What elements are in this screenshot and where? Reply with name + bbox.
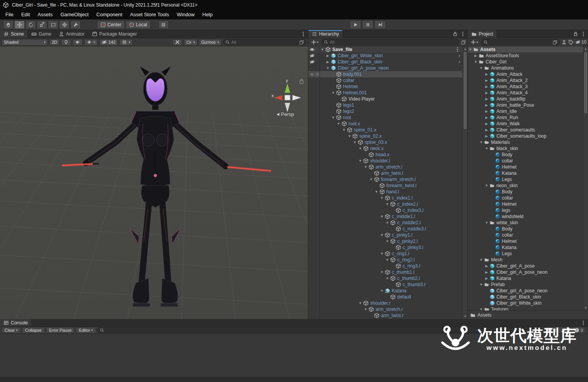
expand-arrow[interactable]: ▼ xyxy=(379,215,384,218)
expand-arrow[interactable]: ▼ xyxy=(385,202,390,206)
eyedim-icon[interactable] xyxy=(309,72,314,77)
expand-arrow[interactable]: ▼ xyxy=(484,184,489,188)
project-row[interactable]: ▼Mesh xyxy=(468,257,583,263)
visibility-column[interactable] xyxy=(308,46,320,53)
expand-arrow[interactable]: ▼ xyxy=(342,128,347,132)
visibility-column[interactable] xyxy=(308,164,320,170)
console-error-pause-button[interactable]: Error Pause xyxy=(46,327,75,333)
expand-arrow[interactable]: ▶ xyxy=(484,97,489,101)
expand-arrow[interactable]: ▼ xyxy=(379,196,384,200)
visibility-column[interactable] xyxy=(308,238,320,244)
expand-arrow[interactable]: ▼ xyxy=(479,258,484,262)
visibility-column[interactable] xyxy=(308,220,320,226)
expand-arrow[interactable]: ▶ xyxy=(473,54,478,58)
expand-arrow[interactable]: ▼ xyxy=(479,140,484,144)
hierarchy-row[interactable]: default xyxy=(308,294,462,300)
expand-arrow[interactable]: ▼ xyxy=(363,307,368,311)
play-button[interactable] xyxy=(350,20,361,29)
hierarchy-row[interactable]: body.001 xyxy=(308,71,462,77)
hierarchy-row[interactable]: ▼root.x xyxy=(308,121,462,127)
expand-arrow[interactable]: ▼ xyxy=(325,66,330,70)
visibility-column[interactable] xyxy=(308,189,320,195)
kebab-menu-icon[interactable] xyxy=(301,31,306,37)
expand-arrow[interactable]: ▼ xyxy=(320,48,325,51)
expand-arrow[interactable]: ▼ xyxy=(358,147,363,150)
tab-package-manager[interactable]: Package Manager xyxy=(88,30,141,38)
kebab-menu-icon[interactable] xyxy=(455,47,462,52)
project-row[interactable]: Body xyxy=(468,189,583,195)
hierarchy-row[interactable]: ▼forearm_stretch.l xyxy=(308,176,462,182)
visibility-column[interactable] xyxy=(308,275,320,281)
project-row[interactable]: Helmet xyxy=(468,238,583,244)
expand-arrow[interactable]: ▼ xyxy=(379,252,384,256)
expand-arrow[interactable]: ▶ xyxy=(484,103,489,107)
scene-orientation-gizmo[interactable] xyxy=(269,77,307,116)
visibility-column[interactable] xyxy=(308,288,320,294)
hierarchy-row[interactable]: ▼Save_file xyxy=(308,46,462,53)
hidden-packages-toggle[interactable]: 10 xyxy=(575,39,586,45)
project-create-button[interactable]: ▾ xyxy=(469,39,479,45)
project-row[interactable]: collar xyxy=(468,158,583,164)
hierarchy-row[interactable]: ▼hand.l xyxy=(308,189,462,195)
expand-arrow[interactable]: ▼ xyxy=(363,165,368,169)
handle-rotation-button[interactable]: Local xyxy=(126,20,151,29)
pause-button[interactable] xyxy=(362,20,374,29)
scale-tool-button[interactable] xyxy=(37,20,47,29)
scene-effects-dropdown[interactable]: ▾ xyxy=(84,39,98,46)
project-row[interactable]: ▶Katana xyxy=(468,275,583,281)
menu-gameobject[interactable]: GameObject xyxy=(56,10,92,19)
editor-tools-button[interactable] xyxy=(172,39,182,46)
hierarchy-search-input[interactable] xyxy=(330,40,457,44)
hierarchy-row[interactable]: c_pinky3.l xyxy=(308,244,462,251)
hierarchy-row[interactable]: ▼c_middle2.l xyxy=(308,220,462,226)
project-row[interactable]: ▶Anim_Attack_3 xyxy=(468,84,583,90)
scrollbar-thumb[interactable] xyxy=(584,52,587,114)
expand-arrow[interactable]: ▶ xyxy=(484,122,489,126)
custom-tool-button[interactable] xyxy=(70,20,81,29)
expand-arrow[interactable]: ▼ xyxy=(331,91,336,95)
project-search-input[interactable] xyxy=(489,40,551,44)
hierarchy-row[interactable]: ▼arm_stretch.l xyxy=(308,164,462,170)
hierarchy-row[interactable]: c_ring3.l xyxy=(308,263,462,269)
project-row[interactable]: ▶Anim_Attack_4 xyxy=(468,90,583,96)
expand-arrow[interactable]: ▼ xyxy=(352,140,357,144)
visibility-column[interactable] xyxy=(308,90,320,96)
hierarchy-row[interactable]: c_middle3.l xyxy=(308,226,462,232)
visibility-column[interactable] xyxy=(308,263,320,269)
visibility-column[interactable] xyxy=(308,152,320,158)
hierarchy-row[interactable]: ▼c_index2.l xyxy=(308,201,462,207)
visibility-column[interactable] xyxy=(308,257,320,263)
project-row[interactable]: Helmet xyxy=(468,201,583,207)
visibility-column[interactable] xyxy=(308,102,320,108)
project-row[interactable]: Body xyxy=(468,152,583,158)
visibility-column[interactable] xyxy=(308,127,320,133)
project-row[interactable]: Katana xyxy=(468,170,583,176)
hierarchy-row[interactable]: ▼shoulder.r xyxy=(308,300,462,306)
expand-arrow[interactable]: ▼ xyxy=(484,147,489,150)
hierarchy-row[interactable]: legs2 xyxy=(308,108,462,114)
project-row[interactable]: ▶Ciber_girl_A_pose xyxy=(468,263,583,269)
kebab-menu-icon[interactable] xyxy=(581,31,586,37)
expand-arrow[interactable]: ▼ xyxy=(379,270,384,274)
project-row[interactable]: ▶Anim_idle xyxy=(468,108,583,114)
project-row[interactable]: Ciber_girl_White_skin xyxy=(468,300,583,306)
expand-arrow[interactable]: ▼ xyxy=(473,60,478,64)
hierarchy-row[interactable]: ▼c_pinky1.l xyxy=(308,232,462,238)
scene-viewport[interactable] xyxy=(0,46,308,319)
visibility-column[interactable] xyxy=(308,158,320,164)
expand-arrow[interactable]: ▼ xyxy=(385,221,390,225)
visibility-column[interactable] xyxy=(308,207,320,213)
scroll-up-arrow[interactable]: ▲ xyxy=(463,47,467,51)
visibility-column[interactable] xyxy=(308,114,320,121)
expand-arrow[interactable]: ▼ xyxy=(379,233,384,237)
eyeoff-icon[interactable] xyxy=(309,53,315,58)
expand-arrow[interactable]: ▶ xyxy=(484,270,489,274)
hierarchy-row[interactable]: ▼spine_02.x xyxy=(308,133,462,139)
project-row[interactable]: Legs xyxy=(468,251,583,257)
transform-tool-button[interactable] xyxy=(59,20,70,29)
hierarchy-row[interactable]: ▼Ciber_girl_A_pose_neon xyxy=(308,65,462,71)
expand-arrow[interactable]: ▶ xyxy=(325,60,330,64)
tab-animator[interactable]: Animator xyxy=(55,30,88,38)
project-row[interactable]: ▶Anim_Attack xyxy=(468,71,583,77)
visibility-column[interactable] xyxy=(308,170,320,176)
